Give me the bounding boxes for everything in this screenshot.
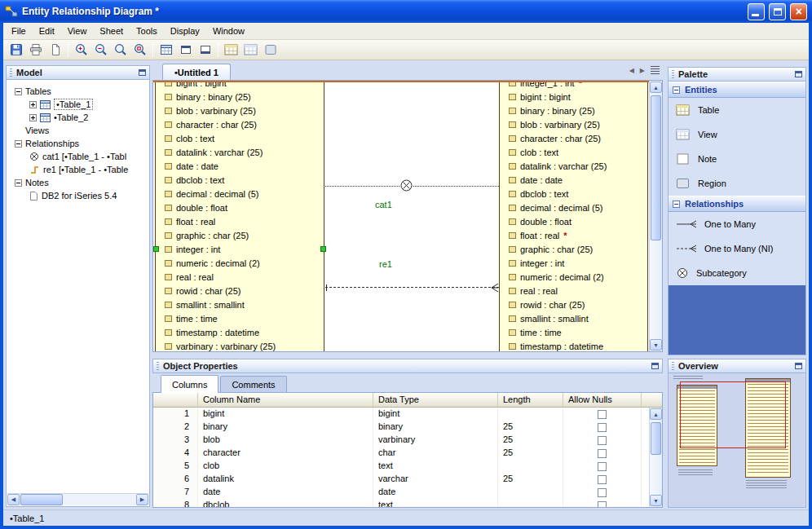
- entity-column-row[interactable]: integer : int: [156, 242, 324, 256]
- scroll-up-button[interactable]: ▲: [650, 408, 662, 420]
- properties-row[interactable]: 7 date date: [153, 486, 662, 499]
- tree-item-table1[interactable]: •Table_1: [10, 98, 149, 111]
- entity-column-row[interactable]: smallint : smallint: [500, 311, 647, 325]
- tree-item-views[interactable]: Views: [10, 124, 149, 137]
- detach-panel-icon[interactable]: [139, 69, 146, 76]
- expand-icon[interactable]: [29, 101, 37, 108]
- scroll-up-button[interactable]: ▲: [650, 82, 662, 93]
- length-cell[interactable]: 25: [498, 421, 563, 434]
- relationship-re1-line[interactable]: [325, 287, 499, 288]
- palette-section-relationships[interactable]: Relationships: [669, 196, 805, 212]
- length-cell[interactable]: 25: [498, 447, 563, 460]
- data-type-cell[interactable]: text: [373, 460, 498, 473]
- length-cell[interactable]: 25: [498, 473, 563, 486]
- menu-display[interactable]: Display: [164, 24, 206, 38]
- allow-nulls-checkbox[interactable]: [598, 410, 607, 419]
- header-bottom-button[interactable]: [196, 41, 214, 59]
- entity-column-row[interactable]: datalink : varchar (25): [500, 159, 647, 173]
- entity-column-row[interactable]: date : date: [156, 159, 324, 173]
- column-name-cell[interactable]: bigint: [198, 408, 373, 421]
- menu-view[interactable]: View: [61, 24, 94, 38]
- data-type-cell[interactable]: bigint: [373, 408, 498, 421]
- entity-column-row[interactable]: binary : binary (25): [156, 90, 324, 104]
- detach-panel-icon[interactable]: [651, 363, 659, 369]
- allow-nulls-checkbox[interactable]: [598, 462, 607, 471]
- entity-column-row[interactable]: character : char (25): [500, 131, 647, 145]
- properties-row[interactable]: 2 binary binary 25: [153, 421, 662, 434]
- overview-map[interactable]: [668, 373, 806, 508]
- entity-column-row[interactable]: blob : varbinary (25): [156, 104, 324, 117]
- scroll-thumb[interactable]: [651, 422, 661, 455]
- allow-nulls-checkbox[interactable]: [598, 423, 607, 432]
- allow-nulls-checkbox[interactable]: [598, 488, 607, 497]
- entity-column-row[interactable]: rowid : char (25): [500, 298, 647, 311]
- entity-column-row[interactable]: date : date: [500, 173, 647, 187]
- palette-item-subcategory[interactable]: Subcategory: [669, 261, 805, 285]
- entity-column-row[interactable]: blob : varbinary (25): [500, 117, 647, 131]
- length-cell[interactable]: 25: [498, 434, 563, 447]
- detach-panel-icon[interactable]: [795, 363, 802, 369]
- entity-column-row[interactable]: graphic : char (25): [500, 242, 647, 256]
- zoom-original-button[interactable]: [111, 41, 130, 59]
- data-type-cell[interactable]: text: [373, 499, 498, 508]
- column-name-cell[interactable]: datalink: [198, 473, 373, 486]
- row-number-header[interactable]: [153, 393, 198, 408]
- scroll-thumb[interactable]: [651, 95, 661, 240]
- palette-item-one-to-many[interactable]: One to Many: [669, 212, 805, 236]
- drag-grip-icon[interactable]: [672, 362, 674, 371]
- splitter[interactable]: [152, 352, 663, 359]
- properties-row[interactable]: 3 blob varbinary 25: [153, 434, 662, 447]
- title-bar[interactable]: Entity Relationship Diagram * ×: [0, 0, 812, 23]
- properties-row[interactable]: 8 dbclob text: [153, 499, 662, 508]
- entity-column-row[interactable]: datalink : varchar (25): [156, 145, 324, 159]
- tree-item-tables[interactable]: Tables: [10, 85, 149, 98]
- collapse-icon[interactable]: [673, 201, 680, 208]
- palette-item-table[interactable]: Table: [669, 98, 805, 122]
- length-cell[interactable]: [498, 486, 563, 499]
- data-type-cell[interactable]: varbinary: [373, 434, 498, 447]
- column-name-cell[interactable]: binary: [198, 421, 373, 434]
- entity-column-row[interactable]: decimal : decimal (5): [500, 201, 647, 214]
- entity-column-row[interactable]: timestamp : datetime: [156, 325, 324, 339]
- properties-vertical-scrollbar[interactable]: ▲ ▼: [649, 408, 662, 507]
- entity-table-2[interactable]: integer_1 : int * bigint : bigint: [499, 81, 648, 351]
- entity-column-row[interactable]: float : real *: [500, 228, 647, 242]
- maximize-button[interactable]: [769, 3, 786, 20]
- drag-grip-icon[interactable]: [157, 362, 159, 371]
- tree-item-table2[interactable]: •Table_2: [10, 111, 149, 124]
- entity-column-row[interactable]: float : real: [156, 214, 324, 228]
- detach-panel-icon[interactable]: [795, 71, 802, 77]
- collapse-icon[interactable]: [673, 86, 680, 94]
- palette-item-region[interactable]: Region: [669, 171, 805, 196]
- selection-handle-left[interactable]: [153, 246, 159, 252]
- column-name-cell[interactable]: blob: [198, 434, 373, 447]
- menu-tools[interactable]: Tools: [130, 24, 164, 38]
- tree-item-cat1[interactable]: cat1 [•Table_1 - •Tabl: [10, 150, 149, 163]
- entity-column-row[interactable]: numeric : decimal (2): [156, 256, 324, 270]
- entity-column-row[interactable]: dbclob : text: [156, 173, 324, 187]
- data-type-cell[interactable]: binary: [373, 421, 498, 434]
- menu-sheet[interactable]: Sheet: [93, 24, 130, 38]
- editor-list-icon[interactable]: [651, 66, 660, 74]
- scroll-down-button[interactable]: ▼: [650, 339, 662, 350]
- relationship-cat1-label[interactable]: cat1: [375, 200, 392, 209]
- tree-item-notes[interactable]: Notes: [10, 176, 149, 189]
- allow-nulls-checkbox[interactable]: [598, 449, 607, 458]
- entity-column-row[interactable]: real : real: [156, 270, 324, 284]
- length-cell[interactable]: [498, 499, 563, 508]
- entity-column-row[interactable]: bigint : bigint: [500, 90, 647, 104]
- save-button[interactable]: [7, 41, 25, 59]
- zoom-fit-button[interactable]: [130, 41, 149, 59]
- entity-column-row[interactable]: rowid : char (25): [156, 284, 324, 298]
- allow-nulls-checkbox[interactable]: [598, 436, 607, 445]
- properties-row[interactable]: 6 datalink varchar 25: [153, 473, 662, 486]
- properties-row[interactable]: 1 bigint bigint: [153, 408, 662, 421]
- scroll-down-button[interactable]: ▼: [650, 495, 662, 506]
- canvas-vertical-scrollbar[interactable]: ▲ ▼: [649, 81, 662, 351]
- data-type-cell[interactable]: date: [373, 486, 498, 499]
- column-name-cell[interactable]: dbclob: [198, 499, 373, 508]
- minimize-button[interactable]: [748, 3, 765, 20]
- entity-column-row[interactable]: graphic : char (25): [156, 228, 324, 242]
- entity-column-row[interactable]: clob : text: [500, 145, 647, 159]
- column-name-cell[interactable]: character: [198, 447, 373, 460]
